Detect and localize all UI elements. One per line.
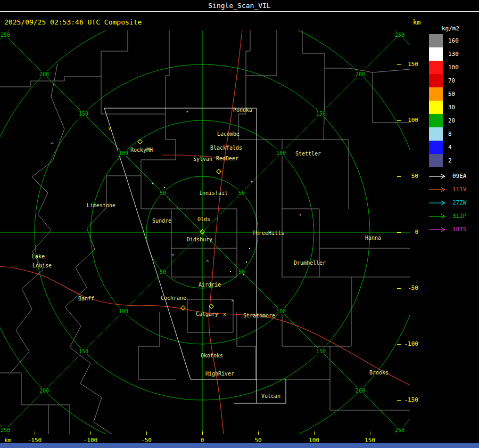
- radar-arrow-icon: [428, 213, 449, 219]
- radar-id: 111V: [452, 186, 467, 193]
- radar-id: 31JP: [452, 213, 467, 219]
- legend-color-swatch: [429, 74, 443, 87]
- right-axis-label: -100: [402, 340, 418, 347]
- legend-scale-row: 20: [429, 114, 459, 127]
- radar-arrow-icon: [428, 173, 449, 180]
- legend-scale-row: 70: [429, 74, 459, 87]
- legend-color-swatch: [429, 114, 443, 127]
- app-window: Single_Scan_VIL 2025/09/25 02:53:46 UTC …: [0, 0, 479, 448]
- right-axis-label: 0: [402, 229, 418, 235]
- right-axis-tick: [397, 288, 401, 289]
- right-axis-tick: [397, 120, 401, 121]
- bottom-axis-tick: [146, 431, 147, 435]
- legend-scale-row: 50: [429, 87, 459, 101]
- legend-color-scale: 16013010070503020842: [429, 34, 459, 167]
- legend-scale-value: 20: [448, 117, 455, 124]
- bottom-axis-tick: [370, 431, 370, 435]
- radar-id: 27ZW: [452, 199, 467, 206]
- legend-scale-row: 2: [429, 154, 459, 167]
- legend-scale-row: 8: [429, 127, 459, 141]
- legend-scale-value: 30: [448, 104, 455, 111]
- bottom-axis-tick: [90, 431, 91, 435]
- radar-legend-row: 31JP: [428, 209, 467, 223]
- legend-color-swatch: [429, 47, 443, 61]
- right-axis-label: -50: [402, 284, 418, 291]
- legend-color-swatch: [429, 127, 443, 141]
- right-axis-tick: [397, 232, 401, 233]
- legend-color-swatch: [429, 101, 443, 114]
- right-axis-tick: [397, 344, 401, 345]
- legend-color-swatch: [429, 141, 443, 154]
- right-axis-label: -150: [402, 396, 418, 403]
- right-axis-label: 50: [402, 173, 418, 180]
- bottom-axis-tick: [202, 431, 203, 435]
- horizontal-scrollbar[interactable]: [0, 443, 479, 448]
- legend-scale-row: 130: [429, 47, 459, 61]
- radar-arrow-icon: [428, 200, 449, 206]
- right-axis-tick: [397, 176, 401, 177]
- bottom-axis-tick: [35, 431, 35, 435]
- legend-scale-value: 70: [448, 77, 455, 84]
- radar-id: 18TS: [452, 226, 467, 233]
- bottom-axis-tick: [314, 431, 315, 435]
- legend-scale-value: 100: [448, 64, 459, 71]
- radar-legend-row: 18TS: [428, 223, 467, 236]
- legend-color-swatch: [429, 154, 443, 167]
- legend-scale-value: 130: [448, 51, 459, 58]
- legend-scale-value: 160: [448, 37, 459, 44]
- legend-scale-row: 160: [429, 34, 459, 47]
- legend-scale-value: 2: [448, 157, 452, 164]
- legend-scale-value: 50: [448, 91, 455, 97]
- right-axis-tick: [397, 64, 401, 65]
- legend-scale-row: 30: [429, 101, 459, 114]
- right-axis-tick: [397, 400, 401, 401]
- radar-arrow-icon: [428, 226, 449, 233]
- legend-scale-value: 4: [448, 144, 452, 151]
- radar-legend-row: 111V: [428, 183, 467, 196]
- legend-color-swatch: [429, 61, 443, 74]
- right-axis-label: 100: [402, 117, 418, 124]
- radar-legend-row: 09EA: [428, 169, 467, 183]
- legend-scale-row: 4: [429, 141, 459, 154]
- radar-arrow-icon: [428, 186, 449, 193]
- legend-color-swatch: [429, 87, 443, 101]
- radar-legend-row: 27ZW: [428, 196, 467, 209]
- scan-area-outline: [104, 108, 286, 403]
- legend-scale-value: 8: [448, 131, 452, 137]
- bottom-axis-tick: [258, 431, 259, 435]
- legend-radar-list: 09EA111V27ZW31JP18TS: [428, 169, 467, 236]
- radar-id: 09EA: [452, 173, 467, 180]
- right-axis-label: 150: [402, 61, 418, 68]
- legend-scale-row: 100: [429, 61, 459, 74]
- legend-color-swatch: [429, 34, 443, 47]
